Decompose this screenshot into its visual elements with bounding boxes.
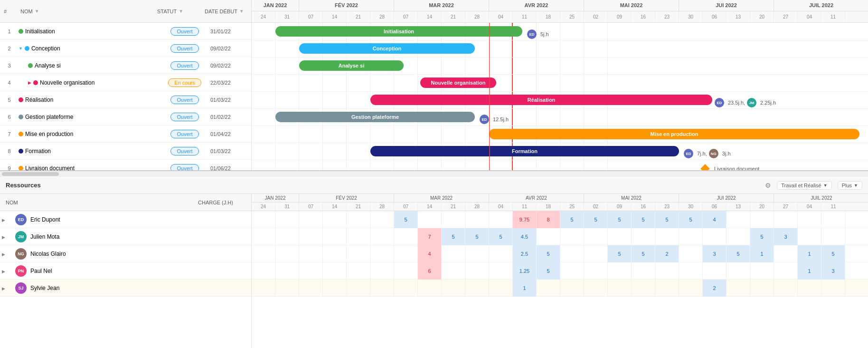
expand-eric[interactable]: ▶ [0,216,8,223]
week-14-mar: 14 [418,11,442,22]
task9-milestone: Livraison document [702,165,759,170]
travail-filter-button[interactable]: Travail et Réalisé ▼ [777,181,832,190]
res-month-mar: MAR 2022 [394,194,489,202]
task-statut-6: Ouvert [161,113,208,121]
month-feb: FÉV 2022 [299,0,394,11]
expand-sylvie[interactable]: ▶ [0,285,8,291]
bar-mise-en-production[interactable]: Mise en production [489,129,859,139]
bar-gestion-plateforme[interactable]: Gestion plateforme [275,112,475,122]
task-dot-6 [19,115,23,119]
plus-button[interactable]: Plus ▼ [838,181,862,190]
nicolas-w11: 2.5 [513,245,537,262]
task-statut-8: Ouvert [161,147,208,155]
bar-nouvelle-org[interactable]: Nouvelle organisation [420,77,496,88]
task-row-1[interactable]: 1 Initialisation Ouvert 31/01/22 [0,23,251,40]
res-row-eric[interactable]: ▶ ED Eric Dupont [0,211,251,228]
date-filter-icon[interactable]: ▼ [239,9,244,14]
task-nom-4: ▶ Nouvelle organisation [17,79,161,86]
task-nom-7: Mise en production [17,131,161,137]
julien-w23 [798,228,821,245]
expand-paul[interactable]: ▶ [0,268,8,274]
scrollbar-thumb[interactable] [2,172,59,176]
julien-w9: 5 [465,228,489,245]
task-date-1: 31/01/22 [208,29,251,34]
eric-w19: 4 [703,211,726,228]
milestone-diamond [700,164,710,170]
julien-w15 [608,228,632,245]
bar-realisation[interactable]: Réalisation [370,95,712,105]
col-num-header: # [4,9,20,14]
task-row-3[interactable]: 3 Analyse si Ouvert 09/02/22 [0,57,251,74]
sylvie-w12 [537,280,560,297]
avatar-eric-t1: ED [527,29,537,39]
sylvie-w10 [489,280,513,297]
res-row-julien[interactable]: ▶ JM Julien Mota [0,228,251,245]
res-row-paul[interactable]: ▶ PN Paul Nel [0,262,251,280]
task-date-8: 01/03/22 [208,148,251,154]
plus-dropdown-icon: ▼ [854,183,858,188]
sylvie-w16 [632,280,655,297]
eric-w3 [323,211,347,228]
sylvie-w17 [655,280,679,297]
nicolas-w0 [252,245,275,262]
res-row-nicolas[interactable]: ▶ NG Nicolas Glairo [0,245,251,262]
bar-formation[interactable]: Formation [370,146,679,156]
bar-initialisation[interactable]: Initialisation [275,26,522,37]
task-statut-5: Ouvert [161,96,208,104]
bar-conception[interactable]: Conception [299,43,475,54]
nicolas-w20: 5 [726,245,750,262]
timeline-weeks: 24 31 07 14 21 28 07 14 21 28 04 11 18 2… [252,11,868,22]
week-28-mar: 28 [465,11,489,22]
task-row-8[interactable]: 8 Formation Ouvert 01/03/22 [0,143,251,160]
gantt-timeline-header: JAN 2022 FÉV 2022 MAR 2022 AVR 2022 MAI … [252,0,868,22]
res-week-11jl: 11 [821,203,845,211]
week-14-feb: 14 [323,11,347,22]
res-week-09ma: 09 [608,203,632,211]
task-nom-3: Analyse si [17,62,161,69]
task1-resources: ED 5j.h [527,29,549,39]
resource-section: Ressources ⚙ Travail et Réalisé ▼ Plus ▼… [0,177,868,348]
horizontal-scrollbar[interactable] [0,171,868,177]
avatar-julien: JM [15,231,27,242]
col-date-header: DATE DÉBUT ▼ [205,9,247,14]
paul-w18 [679,262,703,280]
expand-nicolas[interactable]: ▶ [0,251,8,257]
statut-filter-icon[interactable]: ▼ [179,9,183,14]
paul-w0 [252,262,275,280]
res-week-02ma: 02 [584,203,608,211]
task-row-6[interactable]: 6 Gestion plateforme Ouvert 01/02/22 [0,108,251,126]
task-dot-2 [25,46,29,51]
res-left-header: NOM CHARGE (J.H) [0,194,252,211]
week-13-jui: 13 [726,11,750,22]
nom-filter-icon[interactable]: ▼ [35,9,39,14]
res-row-sylvie[interactable]: ▶ SJ Sylvie Jean [0,280,251,297]
res-week-30ma: 30 [679,203,703,211]
task-row-5[interactable]: 5 Réalisation Ouvert 01/03/22 [0,91,251,108]
nicolas-w13 [560,245,584,262]
task6-resources: ED 12.5j.h [480,115,509,124]
julien-w12 [537,228,560,245]
eric-w17: 5 [655,211,679,228]
expand-icon-2[interactable]: ▼ [19,46,23,51]
bar-analyse-si[interactable]: Analyse si [299,60,404,71]
task-row-9[interactable]: 9 Livraison document Ouvert 01/06/22 [0,160,251,170]
task-row-4[interactable]: 4 ▶ Nouvelle organisation En cours 22/03… [0,74,251,91]
res-month-jan: JAN 2022 [252,194,299,202]
expand-julien[interactable]: ▶ [0,233,8,240]
eric-w14: 5 [584,211,608,228]
task-dot-5 [19,97,23,102]
nicolas-w23: 1 [798,245,821,262]
task-nom-1: Initialisation [17,28,161,35]
res-week-13ju: 13 [726,203,750,211]
month-jui: JUI 2022 [679,0,774,11]
res-nom-col-header: NOM [0,200,194,205]
paul-w12: 5 [537,262,560,280]
julien-w19 [703,228,726,245]
sylvie-w19: 2 [703,280,726,297]
task-nom-9: Livraison document [17,165,161,171]
week-18-avr: 18 [537,11,560,22]
task-row-7[interactable]: 7 Mise en production Ouvert 01/04/22 [0,126,251,143]
task-row-2[interactable]: 2 ▼ Conception Ouvert 09/02/22 [0,40,251,57]
gantt-left-header: # NOM ▼ STATUT ▼ DATE DÉBUT ▼ [0,0,252,22]
expand-icon-4[interactable]: ▶ [28,80,31,85]
